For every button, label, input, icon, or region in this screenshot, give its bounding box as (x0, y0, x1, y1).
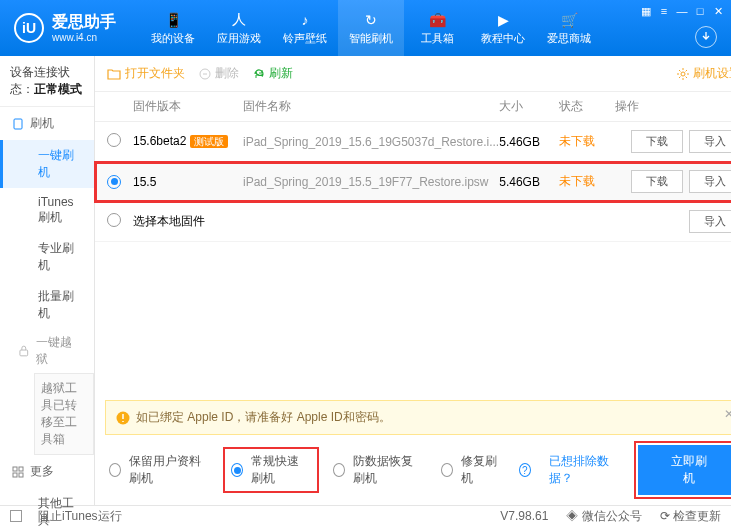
maximize-button[interactable]: □ (693, 4, 707, 18)
app-name: 爱思助手 (52, 12, 116, 31)
sidebar-cat-more[interactable]: 更多 (0, 455, 94, 488)
wechat-link[interactable]: ◈ 微信公众号 (566, 508, 641, 525)
mode-keep-data[interactable]: 保留用户资料刷机 (109, 453, 209, 487)
import-button[interactable]: 导入 (689, 130, 731, 153)
app-url: www.i4.cn (52, 32, 116, 44)
svg-rect-0 (14, 119, 22, 129)
nav-toolbox[interactable]: 🧰工具箱 (404, 0, 470, 56)
sidebar-item-batch[interactable]: 批量刷机 (0, 281, 94, 329)
flash-settings-button[interactable]: 刷机设置 (677, 65, 731, 82)
toolbox-icon: 🧰 (428, 11, 446, 29)
play-icon: ▶ (494, 11, 512, 29)
more-icon (12, 466, 24, 478)
window-controls: ▦ ≡ — □ ✕ (639, 4, 725, 18)
nav-flash[interactable]: ↻智能刷机 (338, 0, 404, 56)
svg-rect-3 (19, 467, 23, 471)
main-content: 打开文件夹 删除 刷新 刷机设置 固件版本 固件名称 大小 状态 操作 (95, 56, 731, 505)
phone-icon: 📱 (164, 11, 182, 29)
svg-rect-4 (13, 473, 17, 477)
sidebar-cat-jailbreak: 一键越狱 (0, 329, 94, 373)
table-header: 固件版本 固件名称 大小 状态 操作 (95, 92, 731, 122)
check-update-link[interactable]: ⟳ 检查更新 (660, 508, 721, 525)
delete-icon (199, 68, 211, 80)
block-itunes-checkbox[interactable] (10, 510, 22, 522)
local-firmware-row[interactable]: 选择本地固件 导入 (95, 202, 731, 242)
close-button[interactable]: ✕ (711, 4, 725, 18)
col-operation: 操作 (615, 98, 731, 115)
col-version: 固件版本 (133, 98, 243, 115)
gear-icon (677, 68, 689, 80)
title-bar: iU 爱思助手 www.i4.cn 📱我的设备 人应用游戏 ♪铃声壁纸 ↻智能刷… (0, 0, 731, 56)
sidebar-item-pro[interactable]: 专业刷机 (0, 233, 94, 281)
mode-normal[interactable]: 常规快速刷机 (227, 451, 315, 489)
import-button[interactable]: 导入 (689, 210, 731, 233)
nav-ringtones[interactable]: ♪铃声壁纸 (272, 0, 338, 56)
firmware-row-selected[interactable]: 15.5 iPad_Spring_2019_15.5_19F77_Restore… (95, 162, 731, 202)
svg-point-7 (681, 72, 685, 76)
start-flash-button[interactable]: 立即刷机 (638, 445, 731, 495)
beta-tag: 测试版 (190, 135, 228, 148)
col-status: 状态 (559, 98, 615, 115)
mode-anti-recovery[interactable]: 防数据恢复刷机 (333, 453, 423, 487)
mode-repair[interactable]: 修复刷机 (441, 453, 501, 487)
sidebar: 设备连接状态：正常模式 刷机 一键刷机 iTunes刷机 专业刷机 批量刷机 一… (0, 56, 95, 505)
nav-my-device[interactable]: 📱我的设备 (140, 0, 206, 56)
main-nav: 📱我的设备 人应用游戏 ♪铃声壁纸 ↻智能刷机 🧰工具箱 ▶教程中心 🛒爱思商城 (140, 0, 602, 56)
warning-icon (116, 411, 130, 425)
download-button[interactable]: 下载 (631, 170, 683, 193)
sidebar-item-oneclick[interactable]: 一键刷机 (0, 140, 94, 188)
nav-store[interactable]: 🛒爱思商城 (536, 0, 602, 56)
row-radio[interactable] (107, 175, 121, 189)
folder-icon (107, 68, 121, 80)
firmware-row[interactable]: 15.6beta2测试版 iPad_Spring_2019_15.6_19G50… (95, 122, 731, 162)
sidebar-item-itunes[interactable]: iTunes刷机 (0, 188, 94, 233)
sidebar-cat-flash[interactable]: 刷机 (0, 107, 94, 140)
svg-rect-2 (13, 467, 17, 471)
flash-icon (12, 118, 24, 130)
menu-button[interactable]: ≡ (657, 4, 671, 18)
nav-apps[interactable]: 人应用游戏 (206, 0, 272, 56)
flash-modes: 保留用户资料刷机 常规快速刷机 防数据恢复刷机 修复刷机 ? 已想排除数据？ 立… (95, 435, 731, 505)
connection-status: 设备连接状态：正常模式 (0, 56, 94, 107)
minimize-button[interactable]: — (675, 4, 689, 18)
music-icon: ♪ (296, 11, 314, 29)
col-size: 大小 (499, 98, 559, 115)
exclude-data-link[interactable]: 已想排除数据？ (549, 453, 620, 487)
refresh-icon: ↻ (362, 11, 380, 29)
row-radio[interactable] (107, 133, 121, 147)
delete-button[interactable]: 删除 (199, 65, 239, 82)
toolbar: 打开文件夹 删除 刷新 刷机设置 (95, 56, 731, 92)
svg-rect-1 (20, 350, 28, 356)
cart-icon: 🛒 (560, 11, 578, 29)
open-folder-button[interactable]: 打开文件夹 (107, 65, 185, 82)
import-button[interactable]: 导入 (689, 170, 731, 193)
close-icon[interactable]: ✕ (724, 407, 731, 421)
jailbreak-moved-notice: 越狱工具已转移至工具箱 (34, 373, 94, 455)
row-radio[interactable] (107, 213, 121, 227)
apps-icon: 人 (230, 11, 248, 29)
status-bar: 阻止iTunes运行 V7.98.61 ◈ 微信公众号 ⟳ 检查更新 (0, 505, 731, 526)
col-name: 固件名称 (243, 98, 499, 115)
version-label: V7.98.61 (500, 509, 548, 523)
svg-rect-5 (19, 473, 23, 477)
nav-tutorials[interactable]: ▶教程中心 (470, 0, 536, 56)
info-icon[interactable]: ? (519, 463, 531, 477)
skin-button[interactable]: ▦ (639, 4, 653, 18)
refresh-button[interactable]: 刷新 (253, 65, 293, 82)
brand-logo-icon: iU (14, 13, 44, 43)
brand: iU 爱思助手 www.i4.cn (0, 0, 130, 56)
appleid-notice: 如已绑定 Apple ID，请准备好 Apple ID和密码。 ✕ (105, 400, 731, 435)
download-manager-icon[interactable] (695, 26, 717, 48)
lock-icon (18, 345, 30, 357)
refresh-icon (253, 68, 265, 80)
download-button[interactable]: 下载 (631, 130, 683, 153)
